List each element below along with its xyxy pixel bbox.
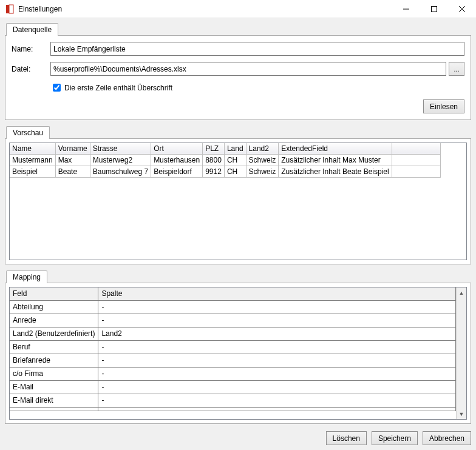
- client-area: Datenquelle Name: Datei: ... Die erste Z…: [0, 18, 476, 450]
- browse-button[interactable]: ...: [449, 62, 464, 76]
- table-row[interactable]: Anrede-: [10, 314, 456, 327]
- preview-grid[interactable]: NameVornameStrasseOrtPLZLandLand2Extende…: [9, 143, 467, 260]
- datei-label: Datei:: [12, 65, 50, 73]
- group-vorschau: Vorschau NameVornameStrasseOrtPLZLandLan…: [5, 125, 471, 264]
- minimize-button[interactable]: [392, 0, 420, 18]
- preview-header[interactable]: Ort: [151, 143, 203, 155]
- name-input[interactable]: [50, 42, 464, 56]
- svg-rect-3: [432, 6, 437, 12]
- preview-header[interactable]: ExtendedField: [279, 143, 392, 155]
- mapping-grid[interactable]: FeldSpalteAbteilung-Anrede-Land2 (Benutz…: [10, 287, 456, 419]
- table-row[interactable]: MustermannMaxMusterweg2Musterhausen8800C…: [10, 155, 440, 166]
- preview-header[interactable]: [392, 143, 440, 155]
- titlebar: Einstellungen: [0, 0, 476, 18]
- preview-header[interactable]: Land: [224, 143, 246, 155]
- scroll-up-icon[interactable]: ▲: [457, 287, 466, 298]
- name-label: Name:: [12, 45, 50, 53]
- close-button[interactable]: [448, 0, 476, 18]
- first-row-header-label[interactable]: Die erste Zeile enthält Überschrift: [64, 84, 172, 92]
- tab-vorschau[interactable]: Vorschau: [6, 126, 50, 139]
- loeschen-button[interactable]: Löschen: [326, 431, 367, 445]
- mapping-header[interactable]: Feld: [10, 287, 98, 301]
- table-row[interactable]: Land2 (Benutzerdefiniert)Land2: [10, 327, 456, 341]
- mapping-header[interactable]: Spalte: [98, 287, 456, 301]
- table-row[interactable]: c/o Firma-: [10, 368, 456, 381]
- speichern-button[interactable]: Speichern: [372, 431, 418, 445]
- table-row[interactable]: Beruf-: [10, 341, 456, 354]
- preview-header[interactable]: Vorname: [55, 143, 90, 155]
- einlesen-button[interactable]: Einlesen: [423, 99, 464, 113]
- table-row[interactable]: E-Mail direkt-: [10, 394, 456, 408]
- mapping-scrollbar[interactable]: ▲ ▼: [456, 287, 466, 419]
- table-row[interactable]: Abteilung-: [10, 301, 456, 314]
- table-row[interactable]: [10, 408, 456, 411]
- svg-rect-1: [6, 5, 9, 13]
- preview-header[interactable]: Land2: [246, 143, 279, 155]
- group-mapping: Mapping FeldSpalteAbteilung-Anrede-Land2…: [5, 269, 471, 424]
- maximize-button[interactable]: [420, 0, 448, 18]
- datei-input[interactable]: [50, 62, 446, 76]
- preview-header[interactable]: Name: [10, 143, 55, 155]
- window-title: Einstellungen: [18, 5, 62, 13]
- table-row[interactable]: Briefanrede-: [10, 354, 456, 368]
- table-row[interactable]: BeispielBeateBaumschulweg 7Beispieldorf9…: [10, 166, 440, 178]
- preview-header[interactable]: PLZ: [203, 143, 225, 155]
- group-datenquelle: Datenquelle Name: Datei: ... Die erste Z…: [5, 22, 471, 120]
- preview-header[interactable]: Strasse: [90, 143, 151, 155]
- scroll-down-icon[interactable]: ▼: [457, 409, 466, 419]
- app-icon: [5, 4, 15, 14]
- tab-datenquelle[interactable]: Datenquelle: [6, 23, 58, 36]
- abbrechen-button[interactable]: Abbrechen: [423, 431, 471, 445]
- footer-buttons: Löschen Speichern Abbrechen: [5, 429, 471, 445]
- first-row-header-checkbox[interactable]: [53, 84, 61, 92]
- table-row[interactable]: E-Mail-: [10, 381, 456, 394]
- tab-mapping[interactable]: Mapping: [6, 270, 47, 283]
- svg-rect-2: [9, 5, 13, 13]
